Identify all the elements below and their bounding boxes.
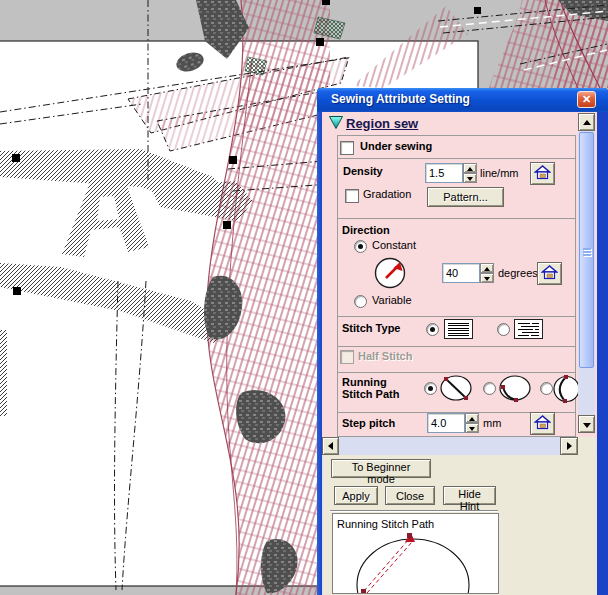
spin-up-icon[interactable] xyxy=(469,417,475,421)
density-home-button[interactable] xyxy=(530,162,555,185)
direction-stepper[interactable] xyxy=(480,263,494,283)
scroll-right-icon xyxy=(567,442,572,450)
step-pitch-home-button[interactable] xyxy=(530,412,555,435)
direction-unit: degrees xyxy=(498,267,538,279)
scroll-up-icon xyxy=(583,120,591,125)
direction-variable-label: Variable xyxy=(372,294,412,306)
spin-down-icon[interactable] xyxy=(467,177,473,181)
running-stitch-path-label-line1: Running xyxy=(342,376,387,388)
density-label: Density xyxy=(343,165,383,177)
step-pitch-unit: mm xyxy=(483,417,501,429)
spin-down-icon[interactable] xyxy=(484,277,490,281)
home-icon xyxy=(534,415,551,430)
direction-constant-label: Constant xyxy=(372,239,416,251)
gradation-checkbox[interactable] xyxy=(345,189,359,203)
spin-down-icon[interactable] xyxy=(469,427,475,431)
spin-up-icon[interactable] xyxy=(467,167,473,171)
half-stitch-label: Half Stitch xyxy=(358,350,412,362)
stitch-type-label: Stitch Type xyxy=(342,322,400,334)
direction-home-button[interactable] xyxy=(537,262,562,285)
spin-up-icon[interactable] xyxy=(484,267,490,271)
scrollbar-corner xyxy=(578,437,596,455)
close-button[interactable]: Close xyxy=(385,486,435,505)
home-icon xyxy=(541,265,558,280)
attribute-pane: Region sew Under sewing Density xyxy=(322,112,597,455)
density-unit: line/mm xyxy=(480,167,519,179)
direction-dial[interactable] xyxy=(373,257,408,290)
step-pitch-label: Step pitch xyxy=(342,417,395,429)
running-stitch-path-label-line2: Stitch Path xyxy=(342,388,399,400)
under-sewing-label: Under sewing xyxy=(360,140,432,152)
hint-title: Running Stitch Path xyxy=(337,518,434,530)
step-pitch-stepper[interactable] xyxy=(465,413,479,433)
application-screen: Sewing Attribute Setting ✕ Region sew xyxy=(0,0,608,595)
rsp-curve-bottom-radio[interactable] xyxy=(483,382,496,395)
scroll-up-button[interactable] xyxy=(578,113,595,131)
direction-variable-radio[interactable] xyxy=(354,295,367,308)
dialog-client-area: Region sew Under sewing Density xyxy=(322,112,597,595)
apply-button[interactable]: Apply xyxy=(334,486,378,505)
region-sew-header[interactable]: Region sew xyxy=(346,116,418,131)
density-stepper[interactable] xyxy=(463,163,477,183)
rsp-straight-icon xyxy=(439,374,475,404)
scroll-down-button[interactable] xyxy=(578,415,595,433)
scroll-left-icon xyxy=(328,442,333,450)
rsp-curve-left-radio[interactable] xyxy=(540,382,553,395)
footer-divider xyxy=(330,510,498,512)
rsp-curve-bottom-icon xyxy=(498,374,534,404)
direction-degrees-input[interactable] xyxy=(442,263,480,283)
half-stitch-checkbox[interactable] xyxy=(340,350,354,364)
scroll-right-button[interactable] xyxy=(560,437,578,455)
pattern-button[interactable]: Pattern... xyxy=(427,187,504,207)
rsp-curve-left-icon xyxy=(553,375,580,404)
under-sewing-checkbox[interactable] xyxy=(340,141,354,155)
gradation-label: Gradation xyxy=(363,188,411,200)
vertical-scroll-thumb[interactable] xyxy=(579,132,594,368)
scroll-down-icon xyxy=(583,423,591,428)
dialog-title: Sewing Attribute Setting xyxy=(331,92,470,106)
density-input[interactable] xyxy=(425,163,463,183)
home-icon xyxy=(534,165,551,180)
scroll-thumb-grip xyxy=(583,248,591,250)
direction-constant-radio[interactable] xyxy=(354,240,367,253)
hide-hint-button[interactable]: Hide Hint xyxy=(443,486,496,505)
satin-stitch-icon xyxy=(444,319,473,339)
scroll-left-button[interactable] xyxy=(322,437,339,455)
fill-stitch-icon xyxy=(514,319,543,339)
to-beginner-mode-button[interactable]: To Beginner mode xyxy=(331,459,431,478)
close-icon[interactable]: ✕ xyxy=(577,91,596,108)
rsp-straight-radio[interactable] xyxy=(424,382,437,395)
collapse-triangle-icon[interactable] xyxy=(329,116,343,129)
stitch-type-satin-radio[interactable] xyxy=(426,323,439,336)
sewing-attribute-setting-dialog: Sewing Attribute Setting ✕ Region sew xyxy=(317,88,608,595)
stitch-type-fill-radio[interactable] xyxy=(497,323,510,336)
hint-panel: Running Stitch Path xyxy=(332,513,499,594)
vertical-scrollbar[interactable] xyxy=(578,113,595,433)
horizontal-scrollbar[interactable] xyxy=(322,437,578,455)
dialog-titlebar[interactable]: Sewing Attribute Setting ✕ xyxy=(317,88,608,112)
step-pitch-input[interactable] xyxy=(427,413,465,433)
direction-label: Direction xyxy=(342,224,390,236)
